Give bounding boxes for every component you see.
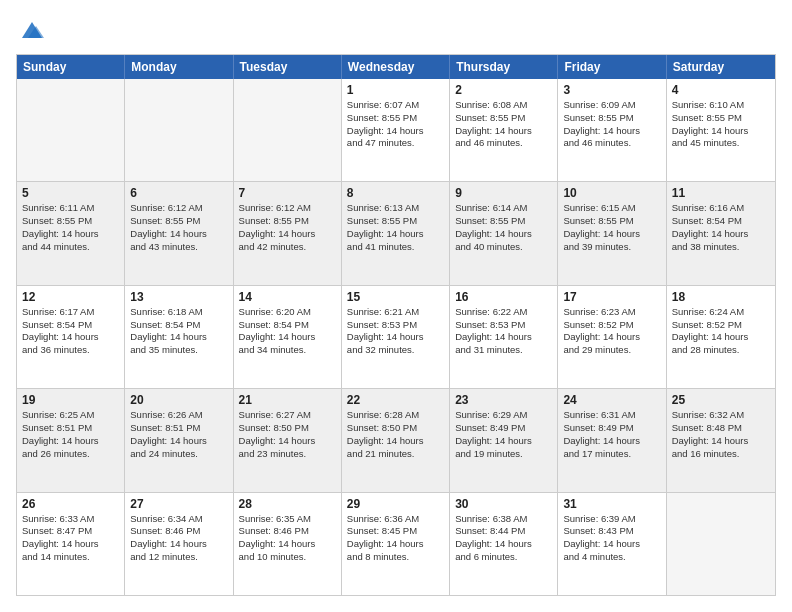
day-info: Sunrise: 6:10 AMSunset: 8:55 PMDaylight:… <box>672 99 770 150</box>
day-info: Sunrise: 6:20 AMSunset: 8:54 PMDaylight:… <box>239 306 336 357</box>
day-cell-29: 29Sunrise: 6:36 AMSunset: 8:45 PMDayligh… <box>342 493 450 595</box>
weekday-header-saturday: Saturday <box>667 55 775 79</box>
calendar-body: 1Sunrise: 6:07 AMSunset: 8:55 PMDaylight… <box>17 79 775 595</box>
day-number: 19 <box>22 393 119 407</box>
calendar-row-4: 26Sunrise: 6:33 AMSunset: 8:47 PMDayligh… <box>17 492 775 595</box>
day-cell-10: 10Sunrise: 6:15 AMSunset: 8:55 PMDayligh… <box>558 182 666 284</box>
calendar-row-1: 5Sunrise: 6:11 AMSunset: 8:55 PMDaylight… <box>17 181 775 284</box>
day-number: 9 <box>455 186 552 200</box>
weekday-header-thursday: Thursday <box>450 55 558 79</box>
day-number: 22 <box>347 393 444 407</box>
day-number: 6 <box>130 186 227 200</box>
day-cell-6: 6Sunrise: 6:12 AMSunset: 8:55 PMDaylight… <box>125 182 233 284</box>
day-number: 31 <box>563 497 660 511</box>
day-info: Sunrise: 6:09 AMSunset: 8:55 PMDaylight:… <box>563 99 660 150</box>
day-cell-1: 1Sunrise: 6:07 AMSunset: 8:55 PMDaylight… <box>342 79 450 181</box>
day-cell-22: 22Sunrise: 6:28 AMSunset: 8:50 PMDayligh… <box>342 389 450 491</box>
day-info: Sunrise: 6:35 AMSunset: 8:46 PMDaylight:… <box>239 513 336 564</box>
logo-icon <box>18 16 46 44</box>
day-info: Sunrise: 6:25 AMSunset: 8:51 PMDaylight:… <box>22 409 119 460</box>
day-info: Sunrise: 6:21 AMSunset: 8:53 PMDaylight:… <box>347 306 444 357</box>
day-cell-9: 9Sunrise: 6:14 AMSunset: 8:55 PMDaylight… <box>450 182 558 284</box>
day-info: Sunrise: 6:14 AMSunset: 8:55 PMDaylight:… <box>455 202 552 253</box>
calendar-row-2: 12Sunrise: 6:17 AMSunset: 8:54 PMDayligh… <box>17 285 775 388</box>
day-number: 17 <box>563 290 660 304</box>
day-number: 13 <box>130 290 227 304</box>
day-info: Sunrise: 6:15 AMSunset: 8:55 PMDaylight:… <box>563 202 660 253</box>
day-number: 21 <box>239 393 336 407</box>
calendar-row-3: 19Sunrise: 6:25 AMSunset: 8:51 PMDayligh… <box>17 388 775 491</box>
day-number: 8 <box>347 186 444 200</box>
day-cell-31: 31Sunrise: 6:39 AMSunset: 8:43 PMDayligh… <box>558 493 666 595</box>
calendar: SundayMondayTuesdayWednesdayThursdayFrid… <box>16 54 776 596</box>
day-cell-23: 23Sunrise: 6:29 AMSunset: 8:49 PMDayligh… <box>450 389 558 491</box>
weekday-header-monday: Monday <box>125 55 233 79</box>
day-number: 10 <box>563 186 660 200</box>
day-number: 25 <box>672 393 770 407</box>
day-cell-2: 2Sunrise: 6:08 AMSunset: 8:55 PMDaylight… <box>450 79 558 181</box>
day-number: 14 <box>239 290 336 304</box>
day-cell-15: 15Sunrise: 6:21 AMSunset: 8:53 PMDayligh… <box>342 286 450 388</box>
day-cell-19: 19Sunrise: 6:25 AMSunset: 8:51 PMDayligh… <box>17 389 125 491</box>
day-number: 18 <box>672 290 770 304</box>
day-cell-11: 11Sunrise: 6:16 AMSunset: 8:54 PMDayligh… <box>667 182 775 284</box>
day-number: 24 <box>563 393 660 407</box>
day-cell-26: 26Sunrise: 6:33 AMSunset: 8:47 PMDayligh… <box>17 493 125 595</box>
logo <box>16 16 46 44</box>
day-info: Sunrise: 6:22 AMSunset: 8:53 PMDaylight:… <box>455 306 552 357</box>
day-info: Sunrise: 6:28 AMSunset: 8:50 PMDaylight:… <box>347 409 444 460</box>
day-info: Sunrise: 6:38 AMSunset: 8:44 PMDaylight:… <box>455 513 552 564</box>
day-info: Sunrise: 6:12 AMSunset: 8:55 PMDaylight:… <box>130 202 227 253</box>
weekday-header-tuesday: Tuesday <box>234 55 342 79</box>
day-number: 3 <box>563 83 660 97</box>
day-number: 26 <box>22 497 119 511</box>
calendar-header: SundayMondayTuesdayWednesdayThursdayFrid… <box>17 55 775 79</box>
day-cell-18: 18Sunrise: 6:24 AMSunset: 8:52 PMDayligh… <box>667 286 775 388</box>
day-cell-27: 27Sunrise: 6:34 AMSunset: 8:46 PMDayligh… <box>125 493 233 595</box>
day-cell-25: 25Sunrise: 6:32 AMSunset: 8:48 PMDayligh… <box>667 389 775 491</box>
day-info: Sunrise: 6:32 AMSunset: 8:48 PMDaylight:… <box>672 409 770 460</box>
day-number: 11 <box>672 186 770 200</box>
day-info: Sunrise: 6:13 AMSunset: 8:55 PMDaylight:… <box>347 202 444 253</box>
day-cell-24: 24Sunrise: 6:31 AMSunset: 8:49 PMDayligh… <box>558 389 666 491</box>
day-number: 2 <box>455 83 552 97</box>
day-info: Sunrise: 6:23 AMSunset: 8:52 PMDaylight:… <box>563 306 660 357</box>
day-info: Sunrise: 6:39 AMSunset: 8:43 PMDaylight:… <box>563 513 660 564</box>
calendar-row-0: 1Sunrise: 6:07 AMSunset: 8:55 PMDaylight… <box>17 79 775 181</box>
day-info: Sunrise: 6:17 AMSunset: 8:54 PMDaylight:… <box>22 306 119 357</box>
day-number: 12 <box>22 290 119 304</box>
weekday-header-sunday: Sunday <box>17 55 125 79</box>
day-info: Sunrise: 6:11 AMSunset: 8:55 PMDaylight:… <box>22 202 119 253</box>
day-number: 4 <box>672 83 770 97</box>
day-cell-28: 28Sunrise: 6:35 AMSunset: 8:46 PMDayligh… <box>234 493 342 595</box>
day-number: 7 <box>239 186 336 200</box>
day-number: 23 <box>455 393 552 407</box>
day-cell-16: 16Sunrise: 6:22 AMSunset: 8:53 PMDayligh… <box>450 286 558 388</box>
day-info: Sunrise: 6:34 AMSunset: 8:46 PMDaylight:… <box>130 513 227 564</box>
day-info: Sunrise: 6:36 AMSunset: 8:45 PMDaylight:… <box>347 513 444 564</box>
day-info: Sunrise: 6:07 AMSunset: 8:55 PMDaylight:… <box>347 99 444 150</box>
day-number: 16 <box>455 290 552 304</box>
day-info: Sunrise: 6:33 AMSunset: 8:47 PMDaylight:… <box>22 513 119 564</box>
day-cell-30: 30Sunrise: 6:38 AMSunset: 8:44 PMDayligh… <box>450 493 558 595</box>
day-cell-17: 17Sunrise: 6:23 AMSunset: 8:52 PMDayligh… <box>558 286 666 388</box>
day-info: Sunrise: 6:24 AMSunset: 8:52 PMDaylight:… <box>672 306 770 357</box>
day-cell-5: 5Sunrise: 6:11 AMSunset: 8:55 PMDaylight… <box>17 182 125 284</box>
day-number: 29 <box>347 497 444 511</box>
day-number: 15 <box>347 290 444 304</box>
empty-cell <box>125 79 233 181</box>
day-info: Sunrise: 6:26 AMSunset: 8:51 PMDaylight:… <box>130 409 227 460</box>
weekday-header-wednesday: Wednesday <box>342 55 450 79</box>
day-cell-8: 8Sunrise: 6:13 AMSunset: 8:55 PMDaylight… <box>342 182 450 284</box>
day-number: 30 <box>455 497 552 511</box>
day-cell-7: 7Sunrise: 6:12 AMSunset: 8:55 PMDaylight… <box>234 182 342 284</box>
empty-cell <box>667 493 775 595</box>
day-cell-3: 3Sunrise: 6:09 AMSunset: 8:55 PMDaylight… <box>558 79 666 181</box>
day-cell-4: 4Sunrise: 6:10 AMSunset: 8:55 PMDaylight… <box>667 79 775 181</box>
day-info: Sunrise: 6:31 AMSunset: 8:49 PMDaylight:… <box>563 409 660 460</box>
day-info: Sunrise: 6:18 AMSunset: 8:54 PMDaylight:… <box>130 306 227 357</box>
day-info: Sunrise: 6:16 AMSunset: 8:54 PMDaylight:… <box>672 202 770 253</box>
day-info: Sunrise: 6:12 AMSunset: 8:55 PMDaylight:… <box>239 202 336 253</box>
day-number: 5 <box>22 186 119 200</box>
header <box>16 16 776 44</box>
